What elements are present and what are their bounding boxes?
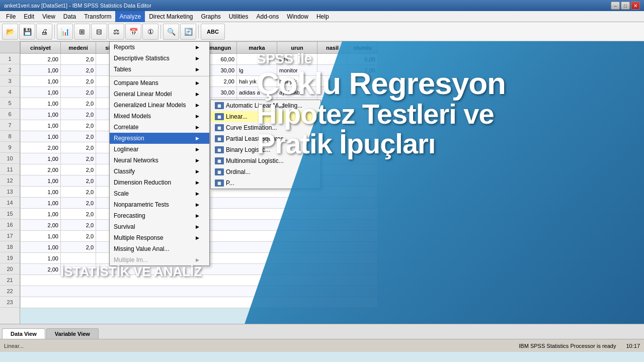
overlay-line1: SPSS ile <box>257 51 634 67</box>
menu-reports[interactable]: Reports ▶ <box>110 42 209 53</box>
minimize-button[interactable]: – <box>611 2 620 10</box>
menu-neural-networks[interactable]: Neural Networks ▶ <box>110 155 209 166</box>
menu-scale[interactable]: Scale ▶ <box>110 188 209 199</box>
save-button[interactable]: 💾 <box>19 24 35 40</box>
regression-icon-linear: ▦ <box>215 113 224 120</box>
row-18: 18 <box>0 241 20 252</box>
spell-button[interactable]: ABC <box>201 24 225 40</box>
tab-bar: Data View Variable View <box>0 324 644 339</box>
status-left: Linear... <box>4 343 24 349</box>
close-button[interactable]: ✕ <box>631 2 640 10</box>
col-medeni[interactable]: medeni <box>61 42 96 54</box>
menu-dimension-reduction[interactable]: Dimension Reduction ▶ <box>110 177 209 188</box>
row-1: 1 <box>0 53 20 64</box>
calendar-button[interactable]: 📅 <box>125 24 141 40</box>
overlay-text: SPSS ile Çoklu Regresyon Hipotez Testler… <box>257 51 634 158</box>
row-21: 21 <box>0 275 20 286</box>
menu-classify[interactable]: Classify ▶ <box>110 166 209 177</box>
data-button[interactable]: ⊞ <box>74 24 90 40</box>
regression-icon-probit: ▦ <box>215 179 224 187</box>
regression-icon-multinomial: ▦ <box>215 157 224 164</box>
overlay-line3: Hipotez Testleri ve <box>257 100 634 129</box>
toolbar-separator-2 <box>160 25 161 39</box>
print-button[interactable]: 🖨 <box>36 24 52 40</box>
row-20: 20 <box>0 263 20 275</box>
window-controls: – □ ✕ <box>611 2 640 10</box>
regression-icon-ordinal: ▦ <box>215 168 224 175</box>
row-19: 19 <box>0 252 20 263</box>
row-3: 3 <box>0 75 20 86</box>
find-button[interactable]: 🔍 <box>163 24 179 40</box>
window-title: anket1veri.sav [DataSet1] - IBM SPSS Sta… <box>4 3 151 9</box>
menu-missing-value[interactable]: Missing Value Anal... <box>110 243 209 254</box>
status-right: IBM SPSS Statistics Processor is ready <box>519 343 616 349</box>
row-13: 13 <box>0 186 20 197</box>
row-header <box>0 41 20 53</box>
analyze-menu-panel: Reports ▶ Descriptive Statistics ▶ Table… <box>109 41 210 266</box>
regression-icon-binary: ▦ <box>215 146 224 153</box>
menu-forecasting[interactable]: Forecasting ▶ <box>110 210 209 221</box>
menu-sep-1 <box>110 76 209 76</box>
analyze-dropdown: Reports ▶ Descriptive Statistics ▶ Table… <box>109 41 210 266</box>
variable-button[interactable]: ⊟ <box>91 24 107 40</box>
regression-icon-auto: ▦ <box>215 102 224 109</box>
menu-generalized-linear[interactable]: Generalized Linear Models ▶ <box>110 100 209 111</box>
menu-edit[interactable]: Edit <box>20 11 38 22</box>
row-12: 12 <box>0 175 20 186</box>
menu-view[interactable]: View <box>38 11 59 22</box>
overlay-line4: Pratik İpuçları <box>257 129 634 159</box>
count-button[interactable]: ① <box>142 24 158 40</box>
menu-regression[interactable]: Regression ▶ <box>110 133 209 144</box>
tab-data-view[interactable]: Data View <box>2 328 45 339</box>
row-7: 7 <box>0 120 20 131</box>
row-numbers: 1 2 3 4 5 6 7 8 9 10 11 12 13 14 15 16 1… <box>0 41 20 324</box>
row-4: 4 <box>0 86 20 98</box>
status-time: 10:17 <box>626 343 640 349</box>
menu-transform[interactable]: Transform <box>80 11 115 22</box>
regression-icon-curve: ▦ <box>215 124 224 131</box>
menu-help[interactable]: Help <box>312 11 333 22</box>
row-22: 22 <box>0 286 20 297</box>
toolbar: 📂 💾 🖨 📊 ⊞ ⊟ ⚖ 📅 ① 🔍 🔄 ABC <box>0 22 644 41</box>
data-area: 1 2 3 4 5 6 7 8 9 10 11 12 13 14 15 16 1… <box>0 41 644 324</box>
menu-general-linear[interactable]: General Linear Model ▶ <box>110 88 209 100</box>
open-button[interactable]: 📂 <box>2 24 18 40</box>
menu-nonparametric[interactable]: Nonparametric Tests ▶ <box>110 199 209 210</box>
menu-utilities[interactable]: Utilities <box>225 11 253 22</box>
menu-mixed-models[interactable]: Mixed Models ▶ <box>110 111 209 122</box>
scale-button[interactable]: ⚖ <box>108 24 124 40</box>
row-23: 23 <box>0 297 20 308</box>
menu-survival[interactable]: Survival ▶ <box>110 221 209 232</box>
switch-button[interactable]: 🔄 <box>180 24 196 40</box>
menu-bar: File Edit View Data Transform Analyze Di… <box>0 11 644 22</box>
status-bar: Linear... IBM SPSS Statistics Processor … <box>0 339 644 352</box>
row-8: 8 <box>0 131 20 142</box>
menu-descriptive-stats[interactable]: Descriptive Statistics ▶ <box>110 53 209 64</box>
menu-add-ons[interactable]: Add-ons <box>253 11 283 22</box>
maximize-button[interactable]: □ <box>621 2 630 10</box>
menu-multiple-response[interactable]: Multiple Response ▶ <box>110 232 209 243</box>
menu-tables[interactable]: Tables ▶ <box>110 64 209 75</box>
menu-loglinear[interactable]: Loglinear ▶ <box>110 144 209 155</box>
row-17: 17 <box>0 230 20 241</box>
tab-variable-view[interactable]: Variable View <box>46 328 99 339</box>
menu-graphs[interactable]: Graphs <box>197 11 224 22</box>
menu-correlate[interactable]: Correlate ▶ <box>110 122 209 133</box>
row-16: 16 <box>0 219 20 230</box>
menu-window[interactable]: Window <box>283 11 312 22</box>
row-2: 2 <box>0 64 20 75</box>
row-10: 10 <box>0 153 20 164</box>
title-bar: anket1veri.sav [DataSet1] - IBM SPSS Sta… <box>0 0 644 11</box>
overlay-bottom: İSTATİSTİK VE ANALİZ <box>60 264 202 280</box>
overlay-line2: Çoklu Regresyon <box>257 67 634 100</box>
menu-direct-marketing[interactable]: Direct Marketing <box>145 11 197 22</box>
menu-file[interactable]: File <box>2 11 20 22</box>
row-6: 6 <box>0 109 20 120</box>
row-9: 9 <box>0 142 20 153</box>
chart-button[interactable]: 📊 <box>57 24 73 40</box>
toolbar-separator-1 <box>54 25 55 39</box>
menu-compare-means[interactable]: Compare Means ▶ <box>110 77 209 88</box>
menu-analyze[interactable]: Analyze <box>115 11 145 22</box>
col-cinsiyet[interactable]: cinsiyet <box>21 42 61 54</box>
menu-data[interactable]: Data <box>59 11 80 22</box>
